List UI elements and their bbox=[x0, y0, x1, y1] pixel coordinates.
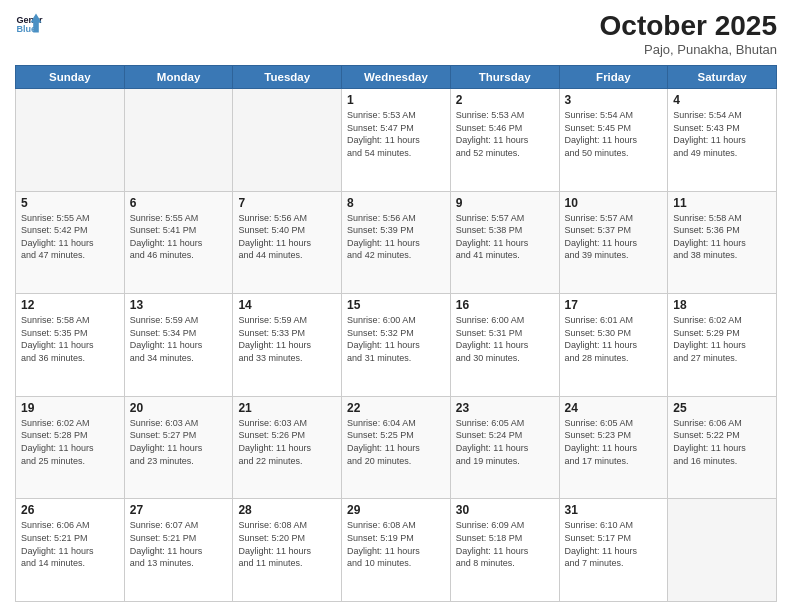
day-number: 10 bbox=[565, 196, 663, 210]
day-info: Sunrise: 6:00 AM Sunset: 5:31 PM Dayligh… bbox=[456, 314, 554, 364]
week-row-3: 12Sunrise: 5:58 AM Sunset: 5:35 PM Dayli… bbox=[16, 294, 777, 397]
day-cell bbox=[16, 89, 125, 192]
weekday-header-friday: Friday bbox=[559, 66, 668, 89]
day-info: Sunrise: 6:06 AM Sunset: 5:22 PM Dayligh… bbox=[673, 417, 771, 467]
day-number: 5 bbox=[21, 196, 119, 210]
day-number: 18 bbox=[673, 298, 771, 312]
day-info: Sunrise: 5:53 AM Sunset: 5:46 PM Dayligh… bbox=[456, 109, 554, 159]
day-number: 24 bbox=[565, 401, 663, 415]
day-info: Sunrise: 5:58 AM Sunset: 5:36 PM Dayligh… bbox=[673, 212, 771, 262]
day-info: Sunrise: 5:53 AM Sunset: 5:47 PM Dayligh… bbox=[347, 109, 445, 159]
day-info: Sunrise: 5:59 AM Sunset: 5:34 PM Dayligh… bbox=[130, 314, 228, 364]
day-cell: 29Sunrise: 6:08 AM Sunset: 5:19 PM Dayli… bbox=[342, 499, 451, 602]
day-info: Sunrise: 5:54 AM Sunset: 5:45 PM Dayligh… bbox=[565, 109, 663, 159]
month-title: October 2025 bbox=[600, 10, 777, 42]
day-number: 14 bbox=[238, 298, 336, 312]
day-info: Sunrise: 5:55 AM Sunset: 5:42 PM Dayligh… bbox=[21, 212, 119, 262]
day-cell: 31Sunrise: 6:10 AM Sunset: 5:17 PM Dayli… bbox=[559, 499, 668, 602]
day-info: Sunrise: 5:55 AM Sunset: 5:41 PM Dayligh… bbox=[130, 212, 228, 262]
day-number: 21 bbox=[238, 401, 336, 415]
day-info: Sunrise: 6:06 AM Sunset: 5:21 PM Dayligh… bbox=[21, 519, 119, 569]
day-cell: 20Sunrise: 6:03 AM Sunset: 5:27 PM Dayli… bbox=[124, 396, 233, 499]
day-number: 6 bbox=[130, 196, 228, 210]
day-info: Sunrise: 6:08 AM Sunset: 5:19 PM Dayligh… bbox=[347, 519, 445, 569]
logo: General Blue bbox=[15, 10, 43, 38]
weekday-header-sunday: Sunday bbox=[16, 66, 125, 89]
day-info: Sunrise: 6:04 AM Sunset: 5:25 PM Dayligh… bbox=[347, 417, 445, 467]
weekday-header-wednesday: Wednesday bbox=[342, 66, 451, 89]
day-number: 29 bbox=[347, 503, 445, 517]
day-number: 16 bbox=[456, 298, 554, 312]
location-subtitle: Pajo, Punakha, Bhutan bbox=[600, 42, 777, 57]
day-info: Sunrise: 5:56 AM Sunset: 5:39 PM Dayligh… bbox=[347, 212, 445, 262]
week-row-1: 1Sunrise: 5:53 AM Sunset: 5:47 PM Daylig… bbox=[16, 89, 777, 192]
day-info: Sunrise: 6:05 AM Sunset: 5:23 PM Dayligh… bbox=[565, 417, 663, 467]
day-number: 30 bbox=[456, 503, 554, 517]
day-info: Sunrise: 5:56 AM Sunset: 5:40 PM Dayligh… bbox=[238, 212, 336, 262]
day-info: Sunrise: 6:03 AM Sunset: 5:27 PM Dayligh… bbox=[130, 417, 228, 467]
calendar-page: General Blue October 2025 Pajo, Punakha,… bbox=[0, 0, 792, 612]
day-number: 19 bbox=[21, 401, 119, 415]
day-cell: 14Sunrise: 5:59 AM Sunset: 5:33 PM Dayli… bbox=[233, 294, 342, 397]
day-number: 27 bbox=[130, 503, 228, 517]
day-number: 9 bbox=[456, 196, 554, 210]
day-cell: 13Sunrise: 5:59 AM Sunset: 5:34 PM Dayli… bbox=[124, 294, 233, 397]
title-block: October 2025 Pajo, Punakha, Bhutan bbox=[600, 10, 777, 57]
day-cell: 26Sunrise: 6:06 AM Sunset: 5:21 PM Dayli… bbox=[16, 499, 125, 602]
day-number: 31 bbox=[565, 503, 663, 517]
day-number: 2 bbox=[456, 93, 554, 107]
day-cell: 6Sunrise: 5:55 AM Sunset: 5:41 PM Daylig… bbox=[124, 191, 233, 294]
week-row-4: 19Sunrise: 6:02 AM Sunset: 5:28 PM Dayli… bbox=[16, 396, 777, 499]
day-info: Sunrise: 6:09 AM Sunset: 5:18 PM Dayligh… bbox=[456, 519, 554, 569]
day-info: Sunrise: 6:02 AM Sunset: 5:29 PM Dayligh… bbox=[673, 314, 771, 364]
day-number: 22 bbox=[347, 401, 445, 415]
day-info: Sunrise: 5:54 AM Sunset: 5:43 PM Dayligh… bbox=[673, 109, 771, 159]
day-info: Sunrise: 5:57 AM Sunset: 5:37 PM Dayligh… bbox=[565, 212, 663, 262]
day-number: 20 bbox=[130, 401, 228, 415]
day-number: 17 bbox=[565, 298, 663, 312]
day-info: Sunrise: 5:58 AM Sunset: 5:35 PM Dayligh… bbox=[21, 314, 119, 364]
day-cell bbox=[124, 89, 233, 192]
day-info: Sunrise: 6:05 AM Sunset: 5:24 PM Dayligh… bbox=[456, 417, 554, 467]
day-info: Sunrise: 6:07 AM Sunset: 5:21 PM Dayligh… bbox=[130, 519, 228, 569]
day-number: 23 bbox=[456, 401, 554, 415]
week-row-2: 5Sunrise: 5:55 AM Sunset: 5:42 PM Daylig… bbox=[16, 191, 777, 294]
day-number: 15 bbox=[347, 298, 445, 312]
day-cell bbox=[668, 499, 777, 602]
svg-text:Blue: Blue bbox=[16, 24, 36, 34]
day-info: Sunrise: 5:59 AM Sunset: 5:33 PM Dayligh… bbox=[238, 314, 336, 364]
day-info: Sunrise: 6:08 AM Sunset: 5:20 PM Dayligh… bbox=[238, 519, 336, 569]
weekday-header-monday: Monday bbox=[124, 66, 233, 89]
day-number: 8 bbox=[347, 196, 445, 210]
day-cell: 18Sunrise: 6:02 AM Sunset: 5:29 PM Dayli… bbox=[668, 294, 777, 397]
day-number: 26 bbox=[21, 503, 119, 517]
day-info: Sunrise: 6:02 AM Sunset: 5:28 PM Dayligh… bbox=[21, 417, 119, 467]
day-cell: 12Sunrise: 5:58 AM Sunset: 5:35 PM Dayli… bbox=[16, 294, 125, 397]
day-number: 25 bbox=[673, 401, 771, 415]
day-cell: 23Sunrise: 6:05 AM Sunset: 5:24 PM Dayli… bbox=[450, 396, 559, 499]
day-cell: 21Sunrise: 6:03 AM Sunset: 5:26 PM Dayli… bbox=[233, 396, 342, 499]
day-cell: 27Sunrise: 6:07 AM Sunset: 5:21 PM Dayli… bbox=[124, 499, 233, 602]
day-cell: 2Sunrise: 5:53 AM Sunset: 5:46 PM Daylig… bbox=[450, 89, 559, 192]
day-cell: 9Sunrise: 5:57 AM Sunset: 5:38 PM Daylig… bbox=[450, 191, 559, 294]
week-row-5: 26Sunrise: 6:06 AM Sunset: 5:21 PM Dayli… bbox=[16, 499, 777, 602]
day-info: Sunrise: 6:10 AM Sunset: 5:17 PM Dayligh… bbox=[565, 519, 663, 569]
day-cell: 25Sunrise: 6:06 AM Sunset: 5:22 PM Dayli… bbox=[668, 396, 777, 499]
calendar-table: SundayMondayTuesdayWednesdayThursdayFrid… bbox=[15, 65, 777, 602]
header: General Blue October 2025 Pajo, Punakha,… bbox=[15, 10, 777, 57]
day-number: 7 bbox=[238, 196, 336, 210]
weekday-header-tuesday: Tuesday bbox=[233, 66, 342, 89]
day-cell: 1Sunrise: 5:53 AM Sunset: 5:47 PM Daylig… bbox=[342, 89, 451, 192]
day-info: Sunrise: 6:03 AM Sunset: 5:26 PM Dayligh… bbox=[238, 417, 336, 467]
day-cell: 11Sunrise: 5:58 AM Sunset: 5:36 PM Dayli… bbox=[668, 191, 777, 294]
logo-icon: General Blue bbox=[15, 10, 43, 38]
day-cell: 3Sunrise: 5:54 AM Sunset: 5:45 PM Daylig… bbox=[559, 89, 668, 192]
day-cell: 22Sunrise: 6:04 AM Sunset: 5:25 PM Dayli… bbox=[342, 396, 451, 499]
weekday-header-saturday: Saturday bbox=[668, 66, 777, 89]
day-cell: 24Sunrise: 6:05 AM Sunset: 5:23 PM Dayli… bbox=[559, 396, 668, 499]
day-cell: 15Sunrise: 6:00 AM Sunset: 5:32 PM Dayli… bbox=[342, 294, 451, 397]
day-info: Sunrise: 5:57 AM Sunset: 5:38 PM Dayligh… bbox=[456, 212, 554, 262]
day-number: 12 bbox=[21, 298, 119, 312]
day-cell: 19Sunrise: 6:02 AM Sunset: 5:28 PM Dayli… bbox=[16, 396, 125, 499]
day-number: 28 bbox=[238, 503, 336, 517]
